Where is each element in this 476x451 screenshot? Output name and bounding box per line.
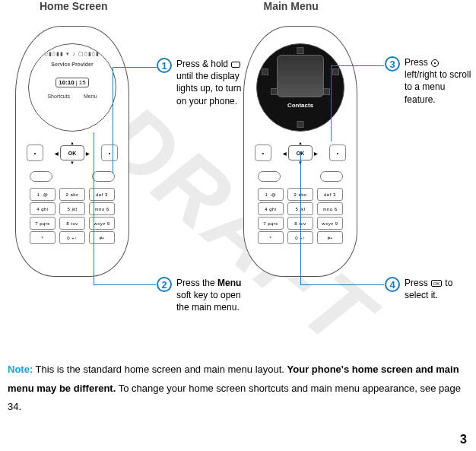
menu-icon [297,121,304,128]
clock-time: 10:10 [59,79,74,86]
nav-right-icon: ▶ [314,151,318,156]
leader-line [113,67,113,173]
nav-down-icon: ▼ [70,160,75,165]
menu-selected-tile [277,55,324,97]
softkey-right-label: Menu [84,94,97,99]
ok-label: OK [68,151,77,156]
nav-up-icon: ▲ [298,141,303,145]
softkey-left: • [255,145,271,161]
key-1: 1 .@ [258,188,284,201]
clock-div: | [76,79,78,86]
panel-main-menu: Contacts • OK ▲ ▼ ◀ ▶ • [236,26,464,345]
nav-right-icon: ▶ [86,151,90,156]
keypad: 1 .@ 2 abc def 3 4 ghi 5 jkl mno 6 7 pqr… [30,186,115,244]
nav-key-icon [431,59,439,67]
leader-line [113,67,157,68]
key-8: 8 tuv [59,217,85,230]
call-button [30,171,52,182]
key-star: * [30,231,56,244]
ok-key-icon: OK [431,280,442,287]
softkey-right: • [101,145,118,161]
battery-level: 15 [79,79,86,86]
key-4: 4 ghi [30,202,56,215]
phone-screen-home: ▯▮▯▮▮ ▾ ♪ ▢▯▮▯▮ Service Provider 10:10 |… [28,43,116,132]
menu-caption: Contacts [287,102,313,109]
heading-home-screen: Home Screen [40,0,107,12]
leader-line [331,65,384,66]
key-star: * [258,231,284,244]
nav-up-icon: ▲ [70,141,75,145]
key-0: 0 +↑ [59,231,85,244]
key-4: 4 ghi [258,202,284,215]
service-provider-label: Service Provider [51,62,93,67]
page-number: 3 [460,433,467,446]
key-hash: #• [317,231,343,244]
heading-main-menu: Main Menu [263,0,318,12]
menu-icon [262,68,268,75]
key-7: 7 pqrs [30,217,56,230]
step-badge-4: 4 [385,277,400,292]
note-paragraph: Note: This is the standard home screen a… [8,360,468,417]
leader-line [300,284,384,285]
key-1: 1 .@ [30,188,56,201]
nav-left-icon: ◀ [55,151,59,156]
step-4: 4 Press OK to select it. [385,277,473,301]
clock-badge: 10:10 | 15 [56,78,88,87]
step-3-text: Press left/right to scroll to a menu fea… [405,56,473,106]
end-button [320,171,343,182]
step-badge-3: 3 [385,56,400,71]
step-badge-2: 2 [157,277,172,292]
call-button [258,171,281,182]
status-icons: ▯▮▯▮▮ ▾ ♪ ▢▯▮▯▮ [45,51,99,57]
ok-button: OK ▲ ▼ ◀ ▶ [60,145,84,160]
menu-icon [332,68,339,75]
step-4-text: Press OK to select it. [405,277,473,301]
softkey-left: • [27,145,43,161]
key-3: def 3 [317,188,343,201]
note-label: Note: [8,364,33,375]
step-badge-1: 1 [157,58,172,73]
nav-left-icon: ◀ [283,151,287,156]
panel-home-screen: ▯▮▯▮▮ ▾ ♪ ▢▯▮▯▮ Service Provider 10:10 |… [8,26,236,345]
menu-icon [297,47,304,54]
step-3: 3 Press left/right to scroll to a menu f… [385,56,473,106]
key-5: 5 jkl [59,202,85,215]
softkey-left-label: Shortcuts [47,94,70,99]
leader-line [331,65,332,141]
menu-icon [323,88,330,95]
key-9: wxyz 9 [317,217,343,230]
key-6: mno 6 [317,202,343,215]
leader-line [300,151,301,284]
softkey-right: • [329,145,346,161]
key-7: 7 pqrs [258,217,284,230]
leader-line [94,132,94,284]
end-button [92,171,115,182]
key-2: 2 abc [59,188,85,201]
leader-line [94,284,156,285]
nav-row: • OK ▲ ▼ ◀ ▶ • [27,141,118,165]
